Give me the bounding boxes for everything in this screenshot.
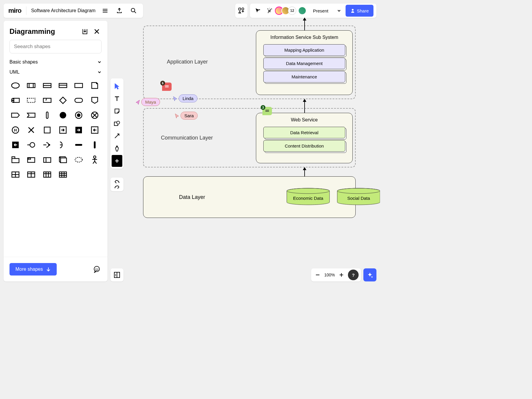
svg-point-28 [48, 144, 50, 146]
arrow[interactable] [304, 18, 305, 30]
data-layer-box[interactable]: Data Layer Economic Data Social Data [143, 176, 356, 218]
web-service-box[interactable]: Web Service Data Retrieval Content Distr… [256, 113, 353, 163]
comment-bubble[interactable]: 3 [262, 107, 272, 115]
svg-rect-30 [94, 141, 96, 148]
shape-offpage[interactable] [89, 94, 101, 106]
shape-internal-storage[interactable] [41, 80, 53, 91]
svg-rect-32 [28, 158, 31, 159]
shape-table-2col[interactable] [25, 169, 37, 180]
shape-arrow-box-right-filled[interactable] [73, 124, 85, 136]
shape-package[interactable] [10, 154, 21, 166]
ai-assist-button[interactable] [363, 268, 376, 281]
arrow[interactable] [304, 167, 305, 176]
svg-rect-5 [27, 83, 35, 88]
sidebar-title: Diagramming [10, 27, 55, 36]
zoom-out-button[interactable] [314, 271, 322, 279]
zoom-in-button[interactable] [337, 271, 346, 279]
shape-final-state[interactable] [73, 109, 85, 121]
shapes-sidebar: Diagramming Basic shapes UML [4, 21, 107, 281]
info-item[interactable]: Data Management [263, 58, 345, 69]
svg-rect-22 [44, 127, 50, 133]
shape-filled-circle[interactable] [57, 109, 69, 121]
shape-grid[interactable] [57, 169, 69, 180]
shape-thin-bar-v[interactable] [89, 139, 101, 151]
shape-square[interactable] [41, 124, 53, 136]
shape-multi-doc[interactable] [41, 154, 53, 166]
svg-marker-50 [175, 114, 179, 118]
svg-rect-39 [59, 172, 66, 177]
shape-provided-interface[interactable] [25, 139, 37, 151]
shape-frame[interactable] [41, 94, 53, 106]
zoom-level[interactable]: 100% [324, 273, 335, 277]
svg-marker-48 [136, 100, 140, 104]
shape-3d-box[interactable] [57, 154, 69, 166]
cursor-label: Maya [141, 98, 160, 106]
section-basic-shapes[interactable]: Basic shapes [4, 57, 107, 67]
shape-signal-receipt[interactable] [25, 109, 37, 121]
app-layer-label: Application Layer [167, 59, 208, 65]
cursor-maya: Maya [135, 98, 160, 106]
shape-tag-right[interactable] [10, 109, 21, 121]
comment-count: 3 [261, 105, 265, 110]
divider [26, 7, 26, 15]
svg-rect-14 [75, 98, 83, 102]
svg-rect-15 [46, 112, 48, 118]
canvas[interactable]: Application Layer Communication Layer In… [110, 0, 380, 285]
section-label: UML [10, 69, 20, 75]
info-item[interactable]: Maintenance [263, 71, 345, 83]
close-icon[interactable] [92, 27, 102, 36]
shape-actor[interactable] [89, 154, 101, 166]
shape-rectangle[interactable] [73, 80, 85, 91]
svg-rect-13 [43, 98, 51, 102]
shape-note[interactable] [89, 80, 101, 91]
shape-class[interactable] [10, 169, 21, 180]
help-button[interactable]: ? [348, 270, 359, 280]
shape-merge[interactable] [57, 139, 69, 151]
shape-arrow-box-left[interactable] [89, 124, 101, 136]
svg-point-35 [94, 156, 96, 158]
shape-card[interactable] [57, 80, 69, 91]
menu-icon[interactable] [100, 6, 110, 15]
svg-point-27 [30, 142, 35, 147]
comm-layer-label: Communication Layer [161, 135, 213, 141]
search-shapes-input[interactable] [10, 40, 102, 53]
shape-circle-cross[interactable] [89, 109, 101, 121]
data-layer-label: Data Layer [179, 194, 205, 200]
more-shapes-button[interactable]: More shapes [10, 263, 57, 276]
svg-text:H: H [14, 128, 17, 132]
web-item[interactable]: Content Distribution [263, 140, 345, 152]
shape-history[interactable]: H [10, 124, 21, 136]
shapes-grid: H [4, 77, 107, 183]
svg-rect-29 [75, 144, 82, 146]
shape-bar-vertical[interactable] [41, 109, 53, 121]
shape-ellipse[interactable] [10, 80, 21, 91]
arrow[interactable] [304, 99, 305, 113]
shape-table-3col[interactable] [41, 169, 53, 180]
feedback-icon[interactable] [92, 265, 102, 274]
section-uml[interactable]: UML [4, 67, 107, 77]
import-icon[interactable] [80, 27, 90, 36]
shape-bar-horizontal[interactable] [73, 139, 85, 151]
comment-bubble[interactable]: 6 [162, 83, 172, 91]
shape-required-interface[interactable] [41, 139, 53, 151]
shape-predefined-process[interactable] [25, 80, 37, 91]
web-item[interactable]: Data Retrieval [263, 127, 345, 138]
frames-panel-button[interactable] [110, 268, 124, 281]
board-title[interactable]: Software Architecture Diagram [31, 8, 96, 13]
shape-diamond[interactable] [57, 94, 69, 106]
shape-arrow-box-left-filled[interactable] [10, 139, 21, 151]
shape-rounded-rect[interactable] [73, 94, 85, 106]
svg-rect-12 [27, 98, 35, 102]
cursor-label: Sara [180, 112, 198, 120]
shape-folder[interactable] [25, 154, 37, 166]
svg-rect-8 [75, 83, 83, 88]
info-service-box[interactable]: Information Service Sub System Mapping A… [256, 30, 353, 95]
info-item[interactable]: Mapping Application [263, 44, 345, 56]
info-service-title: Information Service Sub System [256, 31, 352, 42]
shape-component[interactable] [10, 94, 21, 106]
shape-dashed-ellipse[interactable] [73, 154, 85, 166]
shape-dashed-rect[interactable] [25, 94, 37, 106]
shape-cross[interactable] [25, 124, 37, 136]
svg-rect-10 [12, 99, 14, 100]
shape-arrow-box-right[interactable] [57, 124, 69, 136]
